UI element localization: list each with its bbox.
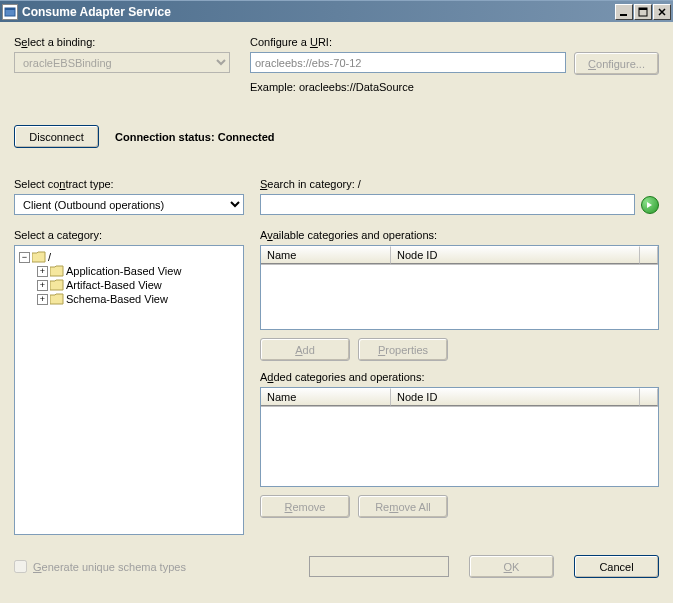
col-name[interactable]: Name: [261, 246, 391, 264]
expand-icon[interactable]: +: [37, 294, 48, 305]
col-name[interactable]: Name: [261, 388, 391, 406]
added-listview[interactable]: Name Node ID: [260, 387, 659, 487]
contract-select[interactable]: Client (Outbound operations): [14, 194, 244, 215]
close-button[interactable]: [653, 4, 671, 20]
tree-node-schema-view[interactable]: + Schema-Based View: [37, 292, 239, 306]
app-icon: [2, 4, 18, 20]
titlebar: Consume Adapter Service: [0, 0, 673, 22]
properties-button[interactable]: Properties: [358, 338, 448, 361]
category-tree[interactable]: − / + Application-Based View +: [14, 245, 244, 535]
uri-input[interactable]: [250, 52, 566, 73]
folder-icon: [32, 251, 46, 263]
search-label: Search in category: /: [260, 178, 659, 190]
expand-icon[interactable]: +: [37, 266, 48, 277]
col-nodeid[interactable]: Node ID: [391, 246, 640, 264]
category-label: Select a category:: [14, 229, 244, 241]
folder-icon: [50, 293, 64, 305]
collapse-icon[interactable]: −: [19, 252, 30, 263]
tree-node-artifact-view[interactable]: + Artifact-Based View: [37, 278, 239, 292]
svg-rect-2: [620, 14, 627, 16]
binding-select[interactable]: oracleEBSBinding: [14, 52, 230, 73]
col-nodeid[interactable]: Node ID: [391, 388, 640, 406]
added-label: Added categories and operations:: [260, 371, 659, 383]
generate-schema-input[interactable]: [14, 560, 27, 573]
search-go-button[interactable]: [641, 196, 659, 214]
uri-example: Example: oracleebs://DataSource: [250, 81, 659, 93]
folder-icon: [50, 265, 64, 277]
listview-header: Name Node ID: [261, 246, 658, 265]
minimize-button[interactable]: [615, 4, 633, 20]
binding-label: Select a binding:: [14, 36, 230, 48]
removeall-button[interactable]: Remove All: [358, 495, 448, 518]
available-label: Available categories and operations:: [260, 229, 659, 241]
add-button[interactable]: Add: [260, 338, 350, 361]
cancel-button[interactable]: Cancel: [574, 555, 659, 578]
tree-node-app-view[interactable]: + Application-Based View: [37, 264, 239, 278]
expand-icon[interactable]: +: [37, 280, 48, 291]
tree-item-label: Schema-Based View: [66, 293, 168, 305]
filename-prefix-input: [309, 556, 449, 577]
uri-label: Configure a URI:: [250, 36, 659, 48]
search-input[interactable]: [260, 194, 635, 215]
configure-button[interactable]: Configure...: [574, 52, 659, 75]
svg-rect-1: [5, 8, 15, 10]
svg-rect-4: [639, 8, 647, 10]
tree-root-label: /: [48, 251, 51, 263]
window-title: Consume Adapter Service: [22, 5, 615, 19]
available-listview[interactable]: Name Node ID: [260, 245, 659, 330]
folder-icon: [50, 279, 64, 291]
tree-item-label: Application-Based View: [66, 265, 181, 277]
generate-schema-checkbox[interactable]: Generate unique schema types: [14, 560, 186, 573]
tree-root[interactable]: − /: [19, 250, 239, 264]
ok-button[interactable]: OK: [469, 555, 554, 578]
col-spacer: [640, 388, 658, 406]
maximize-button[interactable]: [634, 4, 652, 20]
col-spacer: [640, 246, 658, 264]
contract-label: Select contract type:: [14, 178, 244, 190]
remove-button[interactable]: Remove: [260, 495, 350, 518]
tree-item-label: Artifact-Based View: [66, 279, 162, 291]
disconnect-button[interactable]: Disconnect: [14, 125, 99, 148]
listview-header: Name Node ID: [261, 388, 658, 407]
connection-status: Connection status: Connected: [115, 131, 275, 143]
